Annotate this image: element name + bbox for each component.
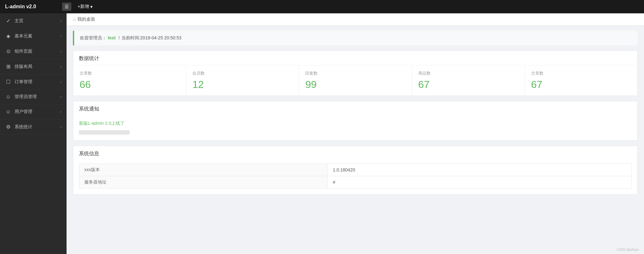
stat-item-4: 文章数 67 [525,65,637,96]
sidebar-item-layout[interactable]: ⊞ 排版布局 › [0,59,67,74]
main-layout: ✓ 主页 › ◈ 基本元素 › ⊙ 组件页面 › ⊞ 排版布局 › ☐ [0,13,644,254]
home-icon: ✓ [5,18,11,24]
sidebar-label-stats: 系统统计 [15,124,32,130]
stat-item-0: 文章数 66 [73,65,186,96]
chevron-icon: › [60,64,61,69]
sidebar-item-orders[interactable]: ☐ 订单管理 › [0,74,67,90]
orders-icon: ☐ [5,79,11,85]
system-notice-card: 系统通知 新版L-admin 2.0上线了 [73,101,638,141]
admins-icon: ☺ [5,94,11,100]
sidebar-item-admins[interactable]: ☺ 管理员管理 › [0,90,67,104]
content-area: 欢迎管理员： test ！当前时间:2018-04-25 20:50:53 数据… [67,26,644,205]
elements-icon: ◈ [5,33,11,39]
chevron-icon: › [60,34,61,38]
dropdown-arrow-icon: ▾ [90,4,93,9]
chevron-icon: › [60,49,61,54]
system-info-title: 系统信息 [73,146,637,160]
sidebar-label-users: 用户管理 [15,109,32,115]
sidebar-label-orders: 订单管理 [15,79,32,85]
breadcrumb: ⌂ 我的桌面 [67,13,644,26]
system-info-body: xxx版本 1.0.180420 服务器地址 # [73,160,637,194]
stat-label-0: 文章数 [80,70,179,76]
info-row-1: 服务器地址 # [79,176,632,189]
data-stats-title: 数据统计 [73,51,637,65]
stat-label-3: 商品数 [418,70,518,76]
stat-item-2: 回复数 99 [299,65,412,96]
info-label-1: 服务器地址 [79,176,328,189]
stat-value-0: 66 [80,79,179,90]
system-notice-title: 系统通知 [73,101,637,116]
welcome-notice: 欢迎管理员： test ！当前时间:2018-04-25 20:50:53 [73,31,638,45]
stat-item-1: 会员数 12 [186,65,299,96]
users-icon: ☺ [5,109,11,115]
data-stats-card: 数据统计 文章数 66 会员数 12 回复数 99 商品数 67 文章数 67 [73,50,638,96]
chevron-icon: › [60,80,61,84]
watermark: CSDN @wftajrs [617,248,639,251]
sidebar-label-components: 组件页面 [15,49,32,54]
chevron-icon: › [60,125,61,129]
chevron-icon: › [60,110,61,114]
info-value-0: 1.0.180420 [328,164,632,176]
system-info-card: 系统信息 xxx版本 1.0.180420 服务器地址 # [73,146,638,195]
stat-value-3: 67 [418,79,518,90]
sidebar-label-elements: 基本元素 [15,33,32,39]
sidebar-item-stats[interactable]: ⚙ 系统统计 › [0,119,67,135]
welcome-prefix: 欢迎管理员： [80,35,106,40]
notice-blur-text [79,130,130,135]
stat-value-4: 67 [531,79,631,90]
sidebar-item-components[interactable]: ⊙ 组件页面 › [0,44,67,59]
sidebar-label-admins: 管理员管理 [15,94,37,100]
sidebar-label-layout: 排版布局 [15,64,32,70]
sidebar-item-users[interactable]: ☺ 用户管理 › [0,104,67,119]
welcome-suffix: ！当前时间:2018-04-25 20:50:53 [117,35,182,40]
info-row-0: xxx版本 1.0.180420 [79,164,632,176]
stat-item-3: 商品数 67 [412,65,525,96]
stat-label-4: 文章数 [531,70,631,76]
main-content: ⌂ 我的桌面 欢迎管理员： test ！当前时间:2018-04-25 20:5… [67,13,644,254]
layout-icon: ⊞ [5,64,11,70]
sidebar-item-home[interactable]: ✓ 主页 › [0,13,67,29]
sidebar: ✓ 主页 › ◈ 基本元素 › ⊙ 组件页面 › ⊞ 排版布局 › ☐ [0,13,67,254]
new-button[interactable]: +新增 ▾ [78,4,93,10]
app-title: L-admin v2.0 [5,4,56,10]
new-button-label: +新增 [78,4,89,10]
chevron-icon: › [60,19,61,23]
stat-label-1: 会员数 [192,70,292,76]
breadcrumb-text: 我的桌面 [77,17,95,22]
system-notice-body: 新版L-admin 2.0上线了 [73,116,637,140]
menu-toggle-button[interactable]: ☰ [62,3,71,11]
info-value-1: # [328,176,632,189]
sidebar-label-home: 主页 [15,18,23,24]
system-info-table: xxx版本 1.0.180420 服务器地址 # [79,164,632,189]
stats-icon: ⚙ [5,124,11,130]
welcome-username: test [108,35,116,40]
stat-label-2: 回复数 [305,70,405,76]
stat-value-1: 12 [192,79,292,90]
info-label-0: xxx版本 [79,164,328,176]
components-icon: ⊙ [5,48,11,54]
notice-link[interactable]: 新版L-admin 2.0上线了 [79,119,632,128]
sidebar-item-elements[interactable]: ◈ 基本元素 › [0,29,67,44]
stat-value-2: 99 [305,79,405,90]
stats-row: 文章数 66 会员数 12 回复数 99 商品数 67 文章数 67 [73,65,637,96]
home-icon: ⌂ [73,17,75,22]
chevron-icon: › [60,95,61,99]
top-header: L-admin v2.0 ☰ +新增 ▾ [0,0,644,13]
